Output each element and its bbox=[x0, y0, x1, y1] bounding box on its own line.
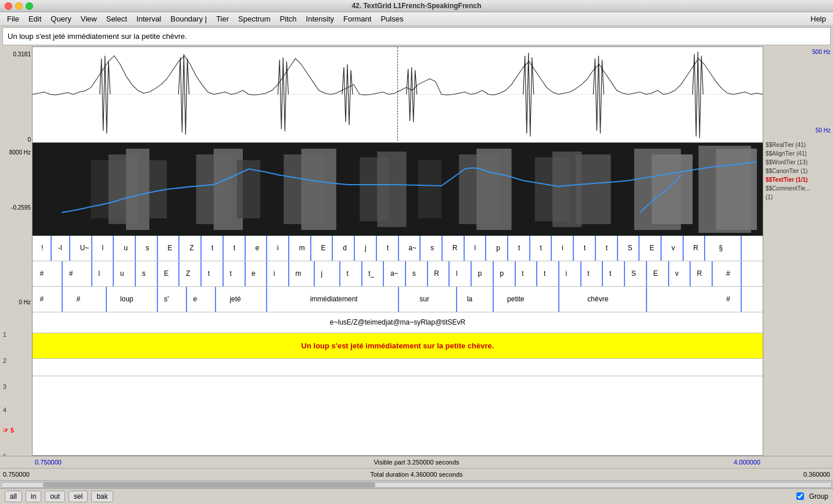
scrollbar-area[interactable] bbox=[0, 480, 833, 488]
t3-seg-1: # bbox=[76, 295, 80, 303]
tier-label-6: $$CommentTie... bbox=[764, 184, 832, 193]
t1-seg-19: R bbox=[453, 244, 458, 252]
tier-row-3[interactable]: # # loup s' e jeté immédiatement sur la … bbox=[33, 287, 763, 312]
svg-rect-23 bbox=[716, 149, 757, 230]
tier-row-2[interactable]: # # l u s E Z t t e i m j t t_ bbox=[33, 261, 763, 287]
menu-file[interactable]: File bbox=[2, 13, 24, 24]
t1-seg-2: U~ bbox=[80, 244, 89, 252]
menubar: File Edit Query View Select Interval Bou… bbox=[0, 12, 833, 26]
t2-seg-17: R bbox=[434, 269, 439, 278]
menu-pulses[interactable]: Pulses bbox=[376, 13, 408, 24]
t2-seg-19: p bbox=[478, 269, 482, 278]
menu-spectrum[interactable]: Spectrum bbox=[234, 13, 275, 24]
t3-seg-8: la bbox=[467, 295, 472, 303]
t2-seg-2: l bbox=[98, 269, 100, 278]
menu-view[interactable]: View bbox=[76, 13, 102, 24]
menu-intensity[interactable]: Intensity bbox=[301, 13, 339, 24]
tiers-area[interactable]: ! -l U~ l u s E Z t t e i m bbox=[33, 236, 763, 455]
t2-seg-23: i bbox=[566, 269, 568, 278]
menu-boundary[interactable]: Boundary | bbox=[166, 13, 212, 24]
waveform-zero-label: 0 bbox=[27, 136, 31, 143]
t2-seg-7: t bbox=[208, 269, 210, 278]
group-label: Group bbox=[809, 492, 828, 501]
window-title: 42. TextGrid L1French-SpeakingFrench bbox=[351, 2, 481, 10]
time-left: 0.750000 bbox=[35, 459, 62, 466]
t1-seg-16: t bbox=[387, 244, 389, 252]
time-right: 4.000000 bbox=[734, 459, 760, 466]
t2-seg-16: s bbox=[412, 269, 416, 278]
menu-tier[interactable]: Tier bbox=[211, 13, 234, 24]
group-checkbox[interactable] bbox=[796, 492, 804, 500]
menu-help[interactable]: Help bbox=[806, 13, 831, 24]
t2-seg-14: t_ bbox=[368, 269, 374, 278]
zoom-bak-button[interactable]: bak bbox=[91, 491, 113, 502]
t1-seg-23: t bbox=[540, 244, 542, 252]
t1-seg-22: t bbox=[518, 244, 520, 252]
tier-row-6[interactable] bbox=[33, 359, 763, 376]
tier-label-4: $$CanonTier (1) bbox=[764, 167, 832, 175]
waveform-area[interactable] bbox=[33, 47, 763, 143]
t2-seg-12: j bbox=[321, 269, 323, 278]
t2-seg-1: # bbox=[69, 269, 73, 278]
zoom-in-button[interactable]: in bbox=[26, 491, 41, 502]
t1-seg-13: E bbox=[321, 244, 326, 252]
menu-query[interactable]: Query bbox=[46, 13, 76, 24]
t1-seg-31: § bbox=[719, 244, 723, 252]
t1-seg-8: t bbox=[211, 244, 213, 252]
t2-seg-15: a~ bbox=[390, 269, 398, 278]
t1-seg-5: s bbox=[146, 244, 149, 252]
horizontal-scrollbar[interactable] bbox=[1, 482, 832, 488]
app-window: 42. TextGrid L1French-SpeakingFrench Fil… bbox=[0, 0, 833, 504]
t1-seg-24: i bbox=[562, 244, 563, 252]
time-bar: 0.750000 Visible part 3.250000 seconds 4… bbox=[0, 456, 833, 468]
zoom-all-button[interactable]: all bbox=[5, 491, 22, 502]
close-button[interactable] bbox=[5, 2, 12, 10]
t2-seg-26: S bbox=[631, 269, 636, 278]
zoom-button[interactable] bbox=[26, 2, 33, 10]
menu-edit[interactable]: Edit bbox=[24, 13, 46, 24]
menu-interval[interactable]: Interval bbox=[132, 13, 166, 24]
minimize-button[interactable] bbox=[15, 2, 23, 10]
t1-seg-18: s bbox=[430, 244, 434, 252]
t2-seg-20: p bbox=[500, 269, 504, 278]
t1-seg-29: v bbox=[672, 244, 675, 252]
hz-500: 500 Hz bbox=[764, 48, 832, 56]
zoom-out-button[interactable]: out bbox=[45, 491, 65, 502]
menu-select[interactable]: Select bbox=[102, 13, 132, 24]
waveform-bottom-label: -0.2595 bbox=[11, 204, 31, 211]
menu-formant[interactable]: Formant bbox=[339, 13, 376, 24]
t2-seg-5: E bbox=[164, 269, 168, 278]
time-corner-right: 0.360000 bbox=[803, 471, 830, 478]
tier-label-5: $$TextTier (1/1) bbox=[764, 175, 832, 184]
tier-row-1[interactable]: ! -l U~ l u s E Z t t e i m bbox=[33, 236, 763, 261]
spectrogram-area[interactable] bbox=[33, 143, 763, 236]
t2-seg-18: l bbox=[456, 269, 458, 278]
menu-pitch[interactable]: Pitch bbox=[275, 13, 301, 24]
tier-label-1: $$RealTier (41) bbox=[764, 141, 832, 149]
time-corner-left: 0.750000 bbox=[3, 471, 30, 478]
svg-rect-19 bbox=[576, 154, 611, 224]
viz-container[interactable]: ! -l U~ l u s E Z t t e i m bbox=[32, 46, 763, 456]
tier-6-content bbox=[33, 359, 763, 376]
t1-seg-7: Z bbox=[189, 244, 193, 252]
tier-3-number: 3 bbox=[3, 383, 6, 390]
tier-row-5[interactable]: Un loup s'est jeté immédiatement sur la … bbox=[33, 333, 763, 359]
t3-seg-11: # bbox=[726, 295, 730, 303]
tier-5-number: ☞ 5 bbox=[3, 427, 14, 434]
left-axis: 0.3181 0 -0.2595 8000 Hz 0 Hz 1 2 3 4 ☞ … bbox=[0, 46, 32, 456]
zoom-controls: all in out sel bak Group bbox=[0, 488, 833, 504]
svg-rect-21 bbox=[652, 154, 692, 224]
traffic-lights bbox=[5, 2, 33, 10]
zoom-sel-button[interactable]: sel bbox=[69, 491, 88, 502]
t1-seg-3: l bbox=[102, 244, 103, 252]
t1-seg-14: d bbox=[343, 244, 347, 252]
t3-seg-9: petite bbox=[507, 295, 524, 303]
tier-row-4[interactable]: e~lusE/Z@teimedjat@ma~syRlap@titSEvR bbox=[33, 312, 763, 333]
t2-seg-9: e bbox=[252, 269, 256, 278]
t2-seg-25: t bbox=[609, 269, 611, 278]
spectrogram-top-label: 8000 Hz bbox=[9, 149, 31, 156]
scrollbar-thumb[interactable] bbox=[43, 483, 375, 487]
t3-seg-0: # bbox=[40, 295, 44, 303]
svg-rect-5 bbox=[126, 149, 149, 230]
t2-seg-21: t bbox=[522, 269, 523, 278]
